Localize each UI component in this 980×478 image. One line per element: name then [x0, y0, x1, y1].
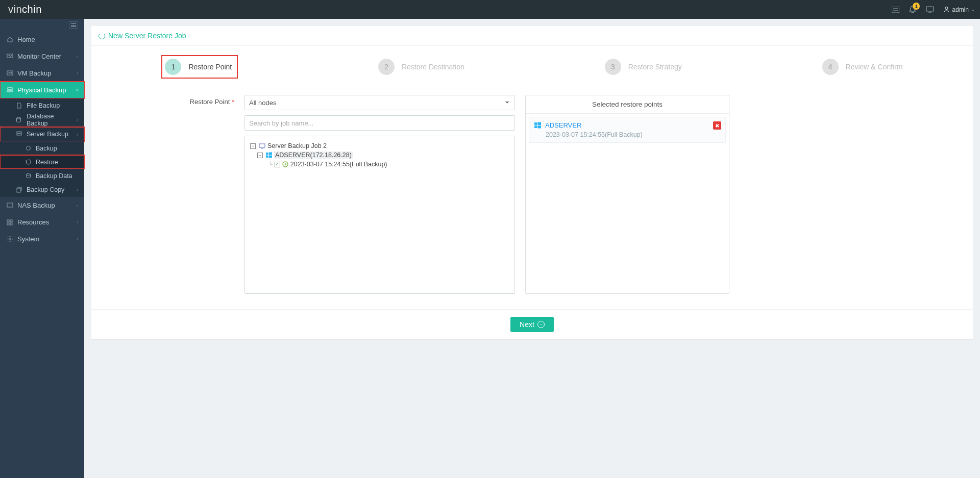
- list-icon[interactable]: [891, 6, 899, 14]
- notification-badge: 1: [913, 3, 920, 10]
- svg-rect-0: [892, 7, 899, 13]
- svg-point-5: [945, 7, 948, 10]
- app-header: vinchin 1 admin ⌄: [0, 0, 980, 19]
- chevron-down-icon: ⌄: [971, 7, 975, 12]
- user-icon: [943, 6, 950, 13]
- svg-rect-3: [926, 7, 934, 11]
- screen-icon[interactable]: [926, 6, 934, 14]
- user-menu[interactable]: admin ⌄: [943, 6, 975, 13]
- bell-icon[interactable]: 1: [909, 6, 917, 14]
- brand-logo: vinchin: [5, 4, 42, 15]
